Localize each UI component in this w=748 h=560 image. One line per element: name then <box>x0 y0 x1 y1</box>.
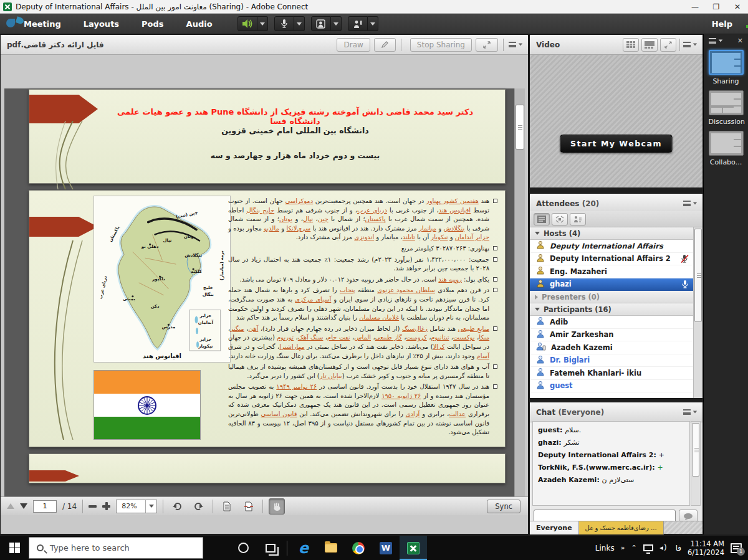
cortana-icon[interactable] <box>229 536 257 560</box>
attendee-list-view-icon[interactable] <box>534 213 550 225</box>
clock[interactable]: 11:14 AM 6/11/2024 <box>688 539 724 557</box>
draw-button[interactable]: Draw <box>337 38 370 52</box>
fit-page-icon[interactable] <box>219 498 235 515</box>
chat-tab-everyone[interactable]: Everyone <box>530 521 579 534</box>
task-view-icon[interactable] <box>257 536 284 560</box>
pencil-icon[interactable] <box>374 38 396 52</box>
adobe-connect-taskbar-icon[interactable] <box>400 536 427 560</box>
layout-item-sharing[interactable]: Sharing <box>709 50 744 85</box>
fullscreen-icon[interactable] <box>476 38 498 52</box>
edge-icon[interactable]: e <box>290 536 317 560</box>
close-button[interactable]: ✕ <box>727 0 748 14</box>
rail-close-icon[interactable]: ✕ <box>737 37 743 45</box>
mic-icon[interactable] <box>681 280 689 291</box>
webcam-icon[interactable] <box>311 16 331 31</box>
speaker-dropdown[interactable] <box>257 16 268 31</box>
video-fullscreen-icon[interactable] <box>660 38 676 52</box>
raise-hand-button-group[interactable] <box>348 16 378 31</box>
slide3-arrow-shape <box>29 470 79 482</box>
tray-expand-icon[interactable]: ⌃ <box>631 544 636 552</box>
video-filmstrip-view-icon[interactable] <box>641 38 658 52</box>
menu-pods[interactable]: Pods <box>130 14 175 34</box>
chat-tab-private[interactable]: ... رضای‌فاطمه جسک و غل <box>579 521 664 534</box>
speaker-button-group[interactable] <box>237 16 268 31</box>
slide-link: زغال‌سنگ <box>402 325 428 332</box>
attendee-row[interactable]: ghazi <box>530 278 702 292</box>
layout-item-discussion[interactable]: Discussion <box>709 90 744 126</box>
attendee-status-view-icon[interactable] <box>570 213 586 225</box>
links-chevron-icon[interactable]: » <box>621 544 625 552</box>
video-grid-view-icon[interactable] <box>623 38 639 52</box>
video-pod-menu-icon[interactable] <box>683 42 698 47</box>
webcam-dropdown[interactable] <box>331 16 342 31</box>
next-page-button[interactable] <box>20 503 27 509</box>
taskbar-search[interactable]: Type here to search <box>29 537 203 559</box>
attendee-row[interactable]: guest <box>530 380 702 393</box>
webcam-button-group[interactable] <box>311 16 342 31</box>
tray-time: 11:14 AM <box>688 539 724 548</box>
stop-sharing-button[interactable]: Stop Sharing <box>410 38 472 52</box>
raise-hand-icon[interactable] <box>348 16 368 31</box>
chat-scrollbar[interactable] <box>691 421 701 506</box>
word-icon[interactable]: W <box>372 536 400 560</box>
mic-muted-icon[interactable] <box>681 254 689 265</box>
layout-item-collabo[interactable]: Collabo... <box>709 131 744 166</box>
fit-width-icon[interactable] <box>241 498 257 515</box>
start-button[interactable] <box>0 536 29 560</box>
page-number-input[interactable] <box>33 500 57 513</box>
slide-link: مالدیو <box>264 225 279 232</box>
attendee-group-header[interactable]: Participants (16) <box>530 303 702 316</box>
attendees-scrollbar-thumb[interactable] <box>694 229 702 322</box>
start-webcam-button[interactable]: Start My Webcam <box>560 135 673 153</box>
slide-link: روپیه هند <box>438 276 462 283</box>
attendee-group-header[interactable]: Presenters (0) <box>530 291 702 303</box>
previous-page-button[interactable] <box>7 503 14 509</box>
attendees-scrollbar[interactable] <box>693 227 702 398</box>
attendee-row[interactable]: Amir Zarkeshan <box>530 329 702 342</box>
microphone-dropdown[interactable] <box>294 16 305 31</box>
attendee-row[interactable]: Deputy International Affairs 2 <box>530 253 702 266</box>
document-canvas[interactable]: دکتر سید محمد قاضی دانش آموخته رشته فیزی… <box>4 88 515 500</box>
zoom-in-button[interactable] <box>102 502 110 510</box>
attendee-row[interactable]: Deputy International Affairs <box>530 240 702 253</box>
document-scrollbar[interactable] <box>514 88 525 500</box>
rotate-right-icon[interactable] <box>191 498 207 515</box>
share-pod-menu-icon[interactable] <box>509 42 523 47</box>
microphone-icon[interactable] <box>274 16 294 31</box>
zoom-out-button[interactable] <box>89 505 97 508</box>
zoom-level-select[interactable]: 82% <box>116 500 157 513</box>
attendee-group-header[interactable]: Hosts (4) <box>530 227 702 240</box>
menus: MeetingLayoutsPodsAudio <box>12 14 224 34</box>
attendee-row[interactable]: Azadeh Kazemi <box>530 341 702 354</box>
microphone-button-group[interactable] <box>274 16 305 31</box>
breakout-view-icon[interactable] <box>552 213 568 225</box>
volume-icon[interactable] <box>659 544 669 553</box>
attendees-pod-menu-icon[interactable] <box>683 201 698 206</box>
attendee-row[interactable]: Adib <box>530 316 702 329</box>
notification-center-icon[interactable]: 1 <box>731 543 742 553</box>
menu-layouts[interactable]: Layouts <box>72 14 130 34</box>
rotate-left-icon[interactable] <box>169 498 185 515</box>
attendee-row[interactable]: Fatemeh Khanlari- ikiu <box>530 367 702 380</box>
chat-pod-menu-icon[interactable] <box>683 409 698 415</box>
network-icon[interactable] <box>643 544 653 551</box>
language-indicator[interactable]: فا <box>676 544 681 553</box>
raise-hand-dropdown[interactable] <box>368 16 378 31</box>
chrome-icon[interactable] <box>345 536 372 560</box>
attendee-row[interactable]: Dr. Biglari <box>530 354 702 368</box>
video-pod: Video Start My Webcam <box>529 34 703 188</box>
speaker-icon[interactable] <box>237 16 257 31</box>
minimize-button[interactable]: — <box>684 0 706 14</box>
rail-menu-icon[interactable] <box>709 37 723 45</box>
help-menu[interactable]: Help <box>712 19 732 29</box>
chat-scrollbar-thumb[interactable] <box>692 423 699 477</box>
file-explorer-icon[interactable] <box>317 536 345 560</box>
restore-button[interactable]: ❐ <box>706 0 727 14</box>
hand-tool-icon[interactable] <box>269 498 285 515</box>
document-scrollbar-thumb[interactable] <box>515 105 524 149</box>
menu-audio[interactable]: Audio <box>175 14 224 34</box>
host-avatar-icon <box>536 266 545 277</box>
sync-button[interactable]: Sync <box>487 500 520 513</box>
links-toolbar[interactable]: Links <box>595 544 615 553</box>
attendee-row[interactable]: Eng. Mazaheri <box>530 265 702 278</box>
